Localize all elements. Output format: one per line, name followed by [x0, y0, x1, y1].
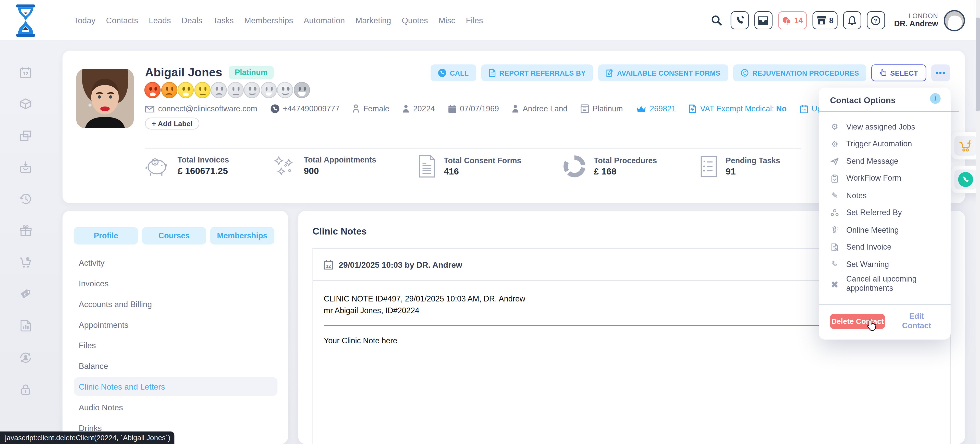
- info-icon[interactable]: i: [930, 93, 941, 104]
- nav-files[interactable]: Files: [466, 16, 483, 25]
- messages-button[interactable]: 14: [778, 11, 807, 29]
- warning-note-icon: ✎: [830, 260, 839, 269]
- mood-icon-8[interactable]: [260, 82, 277, 98]
- cart-icon: [955, 136, 977, 156]
- sidebar-item-invoices[interactable]: Invoices: [79, 279, 109, 288]
- help-button[interactable]: ?: [867, 11, 885, 29]
- menu-item-notes[interactable]: ✎Notes: [819, 187, 951, 204]
- messages-count-badge: 14: [794, 16, 803, 24]
- inbox-button[interactable]: [754, 11, 772, 29]
- menu-title: Contact Options: [830, 96, 896, 105]
- sidebar-item-accounts-billing[interactable]: Accounts and Billing: [79, 300, 152, 309]
- nav-leads[interactable]: Leads: [149, 16, 171, 25]
- bag-download-icon[interactable]: [19, 161, 32, 174]
- mood-icon-5[interactable]: [210, 82, 227, 98]
- donut-chart-icon: [563, 155, 586, 178]
- client-sync-icon[interactable]: [19, 351, 32, 364]
- svg-text:$: $: [154, 159, 156, 165]
- report-icon[interactable]: [19, 319, 32, 332]
- nav-deals[interactable]: Deals: [181, 16, 202, 25]
- gift-icon[interactable]: [19, 224, 32, 238]
- app-logo-icon[interactable]: [15, 4, 36, 37]
- history-icon[interactable]: [19, 192, 32, 206]
- duplicate-icon[interactable]: [19, 129, 32, 142]
- app-root: Today Contacts Leads Deals Tasks Members…: [0, 0, 980, 444]
- mouse-cursor: [866, 319, 877, 331]
- svg-text:12: 12: [326, 264, 331, 269]
- mood-icon-7[interactable]: [244, 82, 260, 98]
- menu-item-view-assigned-jobs[interactable]: ⚙View assigned Jobs: [819, 118, 951, 136]
- sidebar-item-files[interactable]: Files: [79, 341, 96, 350]
- lock-icon[interactable]: [19, 383, 32, 396]
- contact-actions: CALL REPORT REFERRALS BY AVAILABLE CONSE…: [431, 64, 950, 81]
- document-icon: [417, 155, 436, 178]
- search-icon[interactable]: [711, 14, 722, 26]
- cart-settings-icon[interactable]: [19, 256, 32, 270]
- nav-automation[interactable]: Automation: [304, 16, 345, 25]
- user-avatar[interactable]: [944, 10, 965, 31]
- nav-contacts[interactable]: Contacts: [106, 16, 138, 25]
- sidebar-item-clinic-notes-selected[interactable]: Clinic Notes and Letters: [74, 377, 277, 396]
- price-tag-icon[interactable]: $: [19, 287, 32, 302]
- task-list-icon: [699, 155, 718, 178]
- sidebar-item-balance[interactable]: Balance: [79, 361, 108, 371]
- mood-icon-1[interactable]: [145, 82, 161, 98]
- status-link-tooltip: javascript:client.deleteClient(20224, `A…: [0, 431, 174, 444]
- vat-exempt[interactable]: VAT Exempt Medical: No: [689, 104, 787, 113]
- menu-item-online-meeting[interactable]: Online Meeting: [819, 222, 951, 239]
- shop-button[interactable]: 8: [812, 11, 837, 29]
- nav-quotes[interactable]: Quotes: [402, 16, 428, 25]
- rejuvenation-button[interactable]: REJUVENATION PROCEDURES: [733, 64, 866, 81]
- mood-icon-2[interactable]: [161, 82, 177, 98]
- menu-item-send-invoice[interactable]: Send Invoice: [819, 239, 951, 256]
- svg-text:12: 12: [23, 71, 28, 77]
- phone-calls-button[interactable]: [730, 11, 749, 29]
- location-label: LONDON: [894, 12, 938, 20]
- menu-item-cancel-appointments[interactable]: ✖Cancel all upcoming appointments: [819, 273, 951, 298]
- mood-icon-3[interactable]: [178, 82, 194, 98]
- menu-item-send-message[interactable]: Send Message: [819, 153, 951, 169]
- contact-photo[interactable]: [76, 69, 134, 128]
- user-info[interactable]: LONDON DR. Andrew: [894, 12, 938, 29]
- calendar-icon: 12: [324, 260, 333, 270]
- menu-item-set-warning[interactable]: ✎Set Warning: [819, 256, 951, 273]
- icon-sidebar: 12 $: [0, 41, 51, 444]
- mood-icon-4[interactable]: [194, 82, 210, 98]
- sidebar-item-appointments[interactable]: Appointments: [79, 320, 129, 329]
- nav-misc[interactable]: Misc: [438, 16, 455, 25]
- page-scrollbar[interactable]: [976, 0, 980, 444]
- contact-email[interactable]: connect@clinicsoftware.com: [145, 104, 257, 113]
- sidebar-item-audio-notes[interactable]: Audio Notes: [79, 402, 123, 412]
- nav-today[interactable]: Today: [74, 16, 95, 25]
- contact-phone[interactable]: +447490009777: [270, 104, 339, 113]
- menu-item-workflow-form[interactable]: WorkFlow Form: [819, 170, 951, 187]
- gears-icon: ⚙: [830, 122, 839, 132]
- add-label-button[interactable]: + Add Label: [145, 118, 199, 129]
- contact-membership: Platinum: [581, 104, 623, 113]
- nav-marketing[interactable]: Marketing: [355, 16, 391, 25]
- tab-profile[interactable]: Profile: [74, 227, 138, 245]
- notifications-button[interactable]: [843, 11, 861, 29]
- tab-courses[interactable]: Courses: [142, 227, 206, 245]
- referral-icon: [830, 209, 839, 216]
- sidebar-item-activity[interactable]: Activity: [79, 258, 105, 268]
- select-button[interactable]: SELECT: [872, 64, 926, 81]
- mood-icon-6[interactable]: [227, 82, 243, 98]
- edit-contact-button[interactable]: Edit Contact: [894, 312, 939, 331]
- menu-item-trigger-automation[interactable]: ⚙Trigger Automation: [819, 136, 951, 153]
- menu-item-set-referred-by[interactable]: Set Referred By: [819, 204, 951, 221]
- scrollbar-thumb[interactable]: [976, 18, 980, 112]
- nav-memberships[interactable]: Memberships: [244, 16, 293, 25]
- package-icon[interactable]: [19, 97, 32, 110]
- stat-total-appointments: Total Appointments900: [272, 155, 376, 177]
- sparkles-icon: [272, 155, 296, 177]
- call-button[interactable]: CALL: [431, 64, 476, 81]
- tab-memberships[interactable]: Memberships: [210, 227, 274, 245]
- more-options-button[interactable]: •••: [931, 64, 950, 81]
- consent-forms-button[interactable]: AVAILABLE CONSENT FORMS: [598, 64, 728, 81]
- nav-tasks[interactable]: Tasks: [213, 16, 234, 25]
- calendar-icon[interactable]: 12: [19, 65, 32, 80]
- report-referrals-button[interactable]: REPORT REFERRALS BY: [481, 64, 593, 81]
- mood-icon-10[interactable]: [293, 82, 310, 98]
- mood-icon-9[interactable]: [277, 82, 293, 98]
